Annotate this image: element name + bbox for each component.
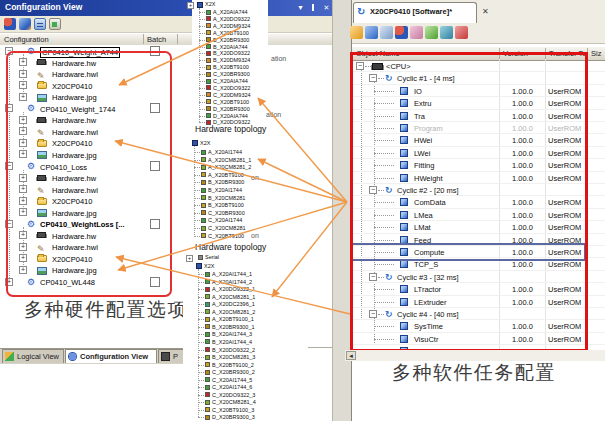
module-icon bbox=[205, 294, 210, 299]
module-label[interactable]: C_X20BR9300_2 bbox=[212, 369, 255, 375]
module-icon bbox=[205, 309, 210, 314]
module-icon bbox=[206, 113, 211, 118]
module-label[interactable]: A_X20DO9322 bbox=[213, 16, 250, 22]
module-label[interactable]: A_X20DC2396_1 bbox=[212, 301, 255, 307]
module-label[interactable]: C_X20DO9322_3 bbox=[212, 392, 255, 398]
module-label[interactable]: D_X20BR9300 bbox=[213, 106, 250, 112]
module-label[interactable]: C_X20CM8281_4 bbox=[212, 399, 256, 405]
module-label[interactable]: A_X20CM8281_1 bbox=[212, 294, 255, 300]
table-view-icon[interactable] bbox=[34, 18, 46, 30]
module-label[interactable]: C_X20BR9300 bbox=[213, 71, 250, 77]
module-label[interactable]: B_X20BT9100_2 bbox=[212, 362, 254, 368]
module-icon bbox=[205, 362, 210, 367]
tree-guide-line bbox=[194, 175, 200, 176]
module-label[interactable]: A_X20CM8281_1 bbox=[208, 157, 251, 163]
x2x-root-label[interactable]: X2X bbox=[205, 1, 215, 7]
column-batch[interactable]: Batch bbox=[147, 35, 166, 44]
panel-menu-icon[interactable]: ▼ bbox=[295, 3, 306, 13]
tree-guide-line bbox=[198, 282, 204, 283]
module-label[interactable]: C_X20BT9100 bbox=[213, 99, 249, 105]
module-label[interactable]: B_X20BR9300 bbox=[208, 179, 244, 185]
hardware-configs-highlight-box bbox=[6, 51, 172, 297]
module-label[interactable]: A_X20BT9100 bbox=[208, 172, 244, 178]
module-label[interactable]: C_X20BR9300 bbox=[208, 210, 245, 216]
module-label[interactable]: D_X20AIA744 bbox=[213, 113, 248, 119]
gears-icon[interactable] bbox=[4, 18, 16, 30]
physical-view-icon bbox=[161, 352, 170, 361]
tree-guide-line bbox=[198, 327, 204, 328]
module-label[interactable]: C_X20AI1744_5 bbox=[212, 377, 252, 383]
column-configuration[interactable]: Configuration bbox=[4, 35, 49, 44]
module-label[interactable]: A_X20AIA744 bbox=[213, 9, 248, 15]
module-icon bbox=[205, 385, 210, 390]
column-divider[interactable] bbox=[177, 34, 178, 44]
module-icon[interactable] bbox=[19, 18, 31, 30]
module-label[interactable]: A_X20BT9100 bbox=[213, 30, 249, 36]
module-label[interactable]: B_X20BT9100 bbox=[213, 64, 249, 70]
module-label[interactable]: C_X20AI1744 bbox=[208, 217, 242, 223]
module-icon bbox=[205, 415, 210, 420]
module-label[interactable]: B_X20AI1744_4 bbox=[212, 339, 252, 345]
expand-icon[interactable]: + bbox=[187, 2, 194, 9]
module-label[interactable]: B_X20AIA744 bbox=[213, 44, 248, 50]
module-label[interactable]: B_X20DM9324 bbox=[213, 57, 250, 63]
module-icon bbox=[206, 37, 211, 42]
x2x-root-label[interactable]: X2X bbox=[200, 140, 210, 146]
app-window: Configuration View ▼ ✕ Configuration Bat… bbox=[0, 0, 605, 421]
module-label[interactable]: B_X20AI1744_3 bbox=[212, 331, 252, 337]
module-icon bbox=[206, 30, 211, 35]
module-label[interactable]: B_X20DO9322_2 bbox=[212, 347, 255, 353]
module-label[interactable]: C_X20CM8281 bbox=[208, 225, 246, 231]
module-label[interactable]: B_X20DO9322 bbox=[213, 50, 250, 56]
module-label[interactable]: A_X20AI1744_1 bbox=[212, 271, 252, 277]
module-label[interactable]: B_X20AI1744 bbox=[208, 187, 242, 193]
module-label[interactable]: A_X20DM9324 bbox=[213, 23, 250, 29]
pin-icon[interactable] bbox=[308, 3, 319, 13]
module-icon bbox=[206, 65, 211, 70]
x2x-bus-icon bbox=[197, 2, 203, 8]
close-icon[interactable]: ✕ bbox=[321, 3, 332, 13]
module-label[interactable]: C_X20BT9100 bbox=[208, 233, 244, 239]
module-icon bbox=[201, 180, 206, 185]
tree-guide-line bbox=[198, 365, 204, 366]
tree-guide-line bbox=[194, 152, 200, 153]
module-label[interactable]: C_X20AIA744 bbox=[213, 78, 248, 84]
module-label[interactable]: C_X20AI1744_6 bbox=[212, 384, 252, 390]
module-icon bbox=[201, 165, 206, 170]
module-label[interactable]: B_X20CM8281_3 bbox=[212, 354, 255, 360]
module-label[interactable]: C_X20DO9322 bbox=[213, 85, 250, 91]
module-label[interactable]: A_X20DO9322_1 bbox=[212, 286, 255, 292]
module-label[interactable]: A_X20AI1744_2 bbox=[212, 279, 252, 285]
x2x-root-label[interactable]: X2X bbox=[204, 263, 214, 269]
tab-logical-view[interactable]: Logical View bbox=[2, 349, 64, 363]
module-label[interactable]: B_X20BR9300_1 bbox=[212, 324, 255, 330]
tab-physical-view[interactable]: P bbox=[158, 349, 185, 363]
module-label[interactable]: B_X20BR9300 bbox=[213, 37, 249, 43]
module-label[interactable]: C_X20BT9100_3 bbox=[212, 407, 254, 413]
module-label[interactable]: A_X20CM8281_2 bbox=[208, 164, 251, 170]
export-window-icon[interactable] bbox=[49, 18, 61, 30]
expand-icon[interactable]: + bbox=[186, 255, 193, 262]
tree-guide-line bbox=[199, 116, 205, 117]
scroll-left-icon[interactable]: ◄ bbox=[346, 351, 356, 360]
module-icon bbox=[206, 58, 211, 63]
module-label[interactable]: D_X20BR9300_3 bbox=[212, 414, 255, 420]
module-label[interactable]: A_X20AI1744 bbox=[208, 149, 242, 155]
x2x-bus-icon bbox=[196, 263, 202, 269]
tree-guide-line bbox=[199, 53, 205, 54]
tab-configuration-view[interactable]: Configuration View bbox=[65, 349, 157, 363]
tree-guide-line bbox=[199, 19, 205, 20]
tree-guide-line bbox=[199, 88, 205, 89]
tree-guide-line bbox=[198, 334, 204, 335]
module-icon bbox=[205, 377, 210, 382]
module-icon bbox=[206, 72, 211, 77]
column-divider[interactable] bbox=[143, 34, 144, 44]
module-icon bbox=[206, 99, 211, 104]
module-label[interactable]: A_X20BT9100_1 bbox=[212, 316, 254, 322]
module-icon bbox=[201, 157, 206, 162]
interface-label[interactable]: Serial bbox=[205, 254, 219, 260]
module-label[interactable]: C_X20DM9324 bbox=[213, 92, 251, 98]
module-label[interactable]: A_X20CM8281_2 bbox=[212, 309, 255, 315]
module-label[interactable]: B_X20BT9100 bbox=[208, 202, 244, 208]
module-label[interactable]: B_X20CM8281 bbox=[208, 195, 245, 201]
